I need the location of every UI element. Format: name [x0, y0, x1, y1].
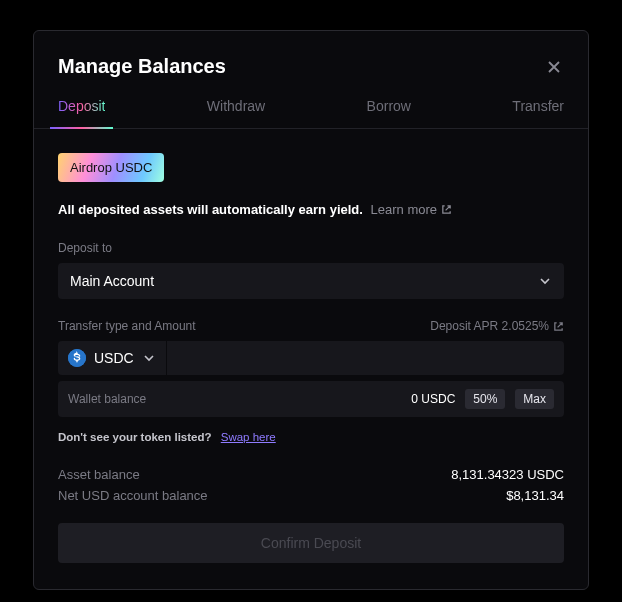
deposit-to-label: Deposit to [58, 241, 564, 255]
max-button[interactable]: Max [515, 389, 554, 409]
tab-deposit[interactable]: Deposit [58, 98, 105, 128]
account-select-value: Main Account [70, 273, 154, 289]
manage-balances-modal: Manage Balances Deposit Withdraw Borrow … [33, 30, 589, 590]
chevron-down-icon [538, 274, 552, 288]
external-link-icon [441, 204, 452, 215]
deposit-apr-text: Deposit APR 2.0525% [430, 319, 549, 333]
asset-balance-label: Asset balance [58, 467, 140, 482]
asset-balance-row: Asset balance 8,131.34323 USDC [58, 467, 564, 482]
close-icon [546, 59, 562, 75]
token-select[interactable]: USDC [58, 341, 167, 375]
token-name: USDC [94, 350, 134, 366]
transfer-header-row: Transfer type and Amount Deposit APR 2.0… [58, 319, 564, 333]
modal-header: Manage Balances [58, 55, 564, 78]
net-balance-row: Net USD account balance $8,131.34 [58, 488, 564, 503]
wallet-balance-label: Wallet balance [68, 392, 401, 406]
airdrop-label: Airdrop USDC [70, 160, 152, 175]
learn-more-label: Learn more [371, 202, 437, 217]
net-balance-label: Net USD account balance [58, 488, 208, 503]
tab-borrow[interactable]: Borrow [367, 98, 411, 128]
usdc-icon [68, 349, 86, 367]
amount-row: USDC [58, 341, 564, 375]
fifty-percent-button[interactable]: 50% [465, 389, 505, 409]
yield-info: All deposited assets will automatically … [58, 202, 564, 217]
deposit-apr-link[interactable]: Deposit APR 2.0525% [430, 319, 564, 333]
net-balance-value: $8,131.34 [506, 488, 564, 503]
modal-title: Manage Balances [58, 55, 226, 78]
tabs: Deposit Withdraw Borrow Transfer [34, 98, 588, 129]
yield-text: All deposited assets will automatically … [58, 202, 363, 217]
wallet-balance-row: Wallet balance 0 USDC 50% Max [58, 381, 564, 417]
tab-transfer[interactable]: Transfer [512, 98, 564, 128]
confirm-label: Confirm Deposit [261, 535, 361, 551]
chevron-down-icon [142, 351, 156, 365]
swap-row: Don't see your token listed? Swap here [58, 431, 564, 443]
external-link-icon [553, 321, 564, 332]
asset-balance-value: 8,131.34323 USDC [451, 467, 564, 482]
account-select[interactable]: Main Account [58, 263, 564, 299]
airdrop-button[interactable]: Airdrop USDC [58, 153, 164, 182]
close-button[interactable] [544, 57, 564, 77]
amount-input[interactable] [167, 341, 564, 375]
learn-more-link[interactable]: Learn more [371, 202, 452, 217]
wallet-balance-value: 0 USDC [411, 392, 455, 406]
tab-withdraw[interactable]: Withdraw [207, 98, 265, 128]
confirm-deposit-button[interactable]: Confirm Deposit [58, 523, 564, 563]
swap-here-link[interactable]: Swap here [221, 431, 276, 443]
swap-question: Don't see your token listed? [58, 431, 212, 443]
transfer-label: Transfer type and Amount [58, 319, 196, 333]
